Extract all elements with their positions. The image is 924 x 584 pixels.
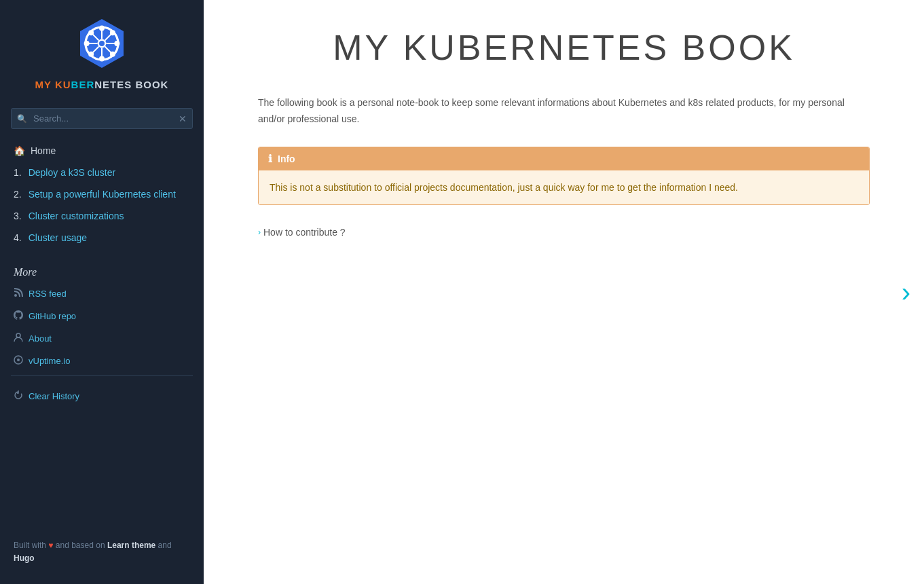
github-repo-link[interactable]: GitHub repo [29, 311, 76, 321]
svg-point-19 [88, 52, 94, 57]
contribute-toggle[interactable]: › How to contribute ? [258, 224, 870, 240]
nav-link-1[interactable]: Deploy a k3S cluster [29, 167, 115, 178]
home-icon: 🏠 [14, 145, 25, 156]
info-box-header: ℹ Info [259, 147, 869, 170]
nav-item-2[interactable]: 2. Setup a powerful Kubernetes client [0, 183, 204, 205]
sidebar-title: MY KUBERNETES BOOK [35, 79, 169, 90]
clear-history-item[interactable]: Clear History [0, 385, 204, 407]
nav-number-2: 2. [14, 189, 22, 200]
footer-text-and: and [155, 541, 171, 550]
svg-point-23 [17, 359, 20, 361]
nav-number-1: 1. [14, 167, 22, 178]
svg-point-16 [88, 30, 94, 35]
svg-point-15 [114, 41, 119, 46]
sidebar-divider [11, 375, 193, 376]
hugo-link[interactable]: Hugo [14, 553, 35, 563]
about-link[interactable]: About [29, 333, 52, 344]
more-section-heading: More [0, 255, 204, 282]
svg-point-13 [99, 56, 105, 61]
search-input[interactable] [11, 108, 193, 129]
search-clear-button[interactable]: ✕ [179, 113, 187, 124]
learn-theme-link[interactable]: Learn theme [107, 541, 155, 550]
vuptime-item[interactable]: vUptime.io [0, 350, 204, 372]
info-box-body: This is not a substitution to official p… [259, 170, 869, 204]
rss-feed-item[interactable]: RSS feed [0, 282, 204, 305]
nav-item-1[interactable]: 1. Deploy a k3S cluster [0, 162, 204, 183]
nav-item-4[interactable]: 4. Cluster usage [0, 227, 204, 249]
sidebar-nav: 🏠 Home 1. Deploy a k3S cluster 2. Setup … [0, 140, 204, 255]
nav-link-4[interactable]: Cluster usage [29, 232, 87, 243]
github-repo-item[interactable]: GitHub repo [0, 305, 204, 327]
main-content: MY KUBERNETES BOOK The following book is… [204, 0, 924, 584]
search-container: 🔍 ✕ [11, 108, 193, 129]
title-part-rest: NETES BOOK [94, 79, 168, 90]
sidebar: MY KUBERNETES BOOK 🔍 ✕ 🏠 Home 1. Deploy … [0, 0, 204, 584]
monitor-icon [14, 355, 23, 367]
svg-point-20 [14, 294, 17, 297]
info-box: ℹ Info This is not a substitution to off… [258, 147, 870, 205]
next-page-arrow[interactable]: › [902, 277, 910, 308]
info-circle-icon: ℹ [268, 153, 272, 165]
user-icon [14, 333, 23, 344]
title-part-ber: BER [71, 79, 95, 90]
kubernetes-logo [75, 16, 129, 71]
nav-item-home[interactable]: 🏠 Home [0, 140, 204, 162]
github-icon [14, 310, 23, 322]
info-box-text: This is not a substitution to official p… [270, 182, 738, 193]
footer-text-mid: and based on [53, 541, 107, 550]
clear-history-link[interactable]: Clear History [29, 391, 79, 401]
nav-number-3: 3. [14, 211, 22, 221]
svg-point-21 [16, 333, 20, 337]
contribute-label: How to contribute ? [263, 227, 346, 238]
chevron-right-icon: › [258, 227, 261, 237]
nav-link-3[interactable]: Cluster customizations [29, 211, 124, 221]
svg-point-2 [99, 41, 105, 46]
svg-point-14 [84, 41, 90, 46]
history-icon [14, 390, 23, 402]
nav-number-4: 4. [14, 232, 22, 243]
svg-point-17 [110, 52, 115, 57]
about-item[interactable]: About [0, 327, 204, 350]
svg-point-12 [99, 26, 105, 31]
page-description: The following book is a personal note-bo… [258, 95, 870, 128]
nav-link-2[interactable]: Setup a powerful Kubernetes client [29, 189, 176, 200]
rss-icon [14, 288, 23, 299]
sidebar-footer: Built with ♥ and based on Learn theme an… [0, 526, 204, 570]
page-title: MY KUBERNETES BOOK [258, 27, 870, 68]
svg-point-18 [110, 30, 115, 35]
nav-item-3[interactable]: 3. Cluster customizations [0, 205, 204, 227]
title-part-my: MY KU [35, 79, 71, 90]
more-label: More [14, 266, 37, 278]
rss-feed-link[interactable]: RSS feed [29, 289, 67, 299]
footer-text-before: Built with [14, 541, 48, 550]
nav-home-label: Home [31, 145, 56, 156]
sidebar-header: MY KUBERNETES BOOK [0, 0, 204, 101]
search-icon: 🔍 [17, 114, 27, 124]
info-box-title: Info [278, 153, 295, 164]
vuptime-link[interactable]: vUptime.io [29, 356, 70, 366]
